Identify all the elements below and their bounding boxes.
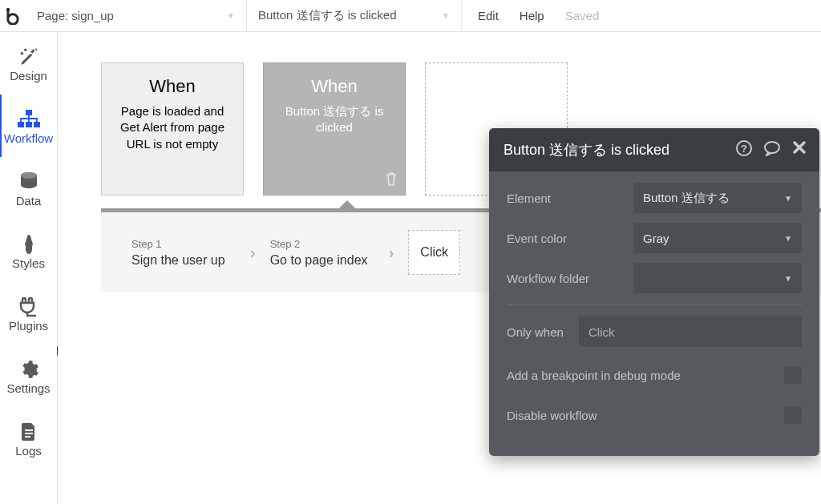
sidebar-item-settings[interactable]: Settings	[0, 345, 57, 407]
svg-point-7	[21, 172, 37, 179]
page-dropdown[interactable]: Page: sign_up ▼	[26, 0, 247, 32]
plugins-icon	[18, 295, 40, 319]
chevron-down-icon: ▼	[227, 11, 235, 20]
field-label: Element	[507, 192, 633, 205]
disable-checkbox[interactable]	[784, 406, 802, 424]
sidebar-item-design[interactable]: Design	[0, 32, 57, 95]
field-label: Add a breakpoint in debug mode	[507, 369, 681, 382]
step-text: Sign the user up	[131, 253, 236, 268]
topbar: Page: sign_up ▼ Button 送信する is clicked ▼…	[0, 0, 821, 32]
step-text: Go to page index	[270, 253, 374, 268]
field-label: Event color	[507, 232, 633, 245]
page-dropdown-label: Page: sign_up	[37, 9, 114, 22]
arrow-right-icon: ›	[389, 244, 394, 262]
workflow-step-add[interactable]: Click	[408, 230, 460, 275]
row-breakpoint: Add a breakpoint in debug mode	[507, 355, 802, 395]
row-eventcolor: Event color Gray ▼	[507, 218, 802, 258]
gear-icon	[18, 357, 39, 381]
field-label: Only when	[507, 325, 579, 339]
sidebar-item-styles[interactable]: Styles	[0, 220, 57, 282]
chevron-down-icon: ▼	[784, 194, 792, 203]
input-placeholder: Click	[588, 325, 615, 339]
select-value: Gray	[643, 232, 669, 245]
event-dropdown[interactable]: Button 送信する is clicked ▼	[247, 0, 462, 32]
svg-point-13	[765, 142, 779, 153]
sidebar-label: Styles	[12, 256, 45, 270]
svg-rect-9	[25, 433, 33, 434]
chevron-down-icon: ▼	[784, 234, 792, 243]
svg-text:?: ?	[741, 143, 747, 155]
panel-header-icons: ?	[736, 140, 807, 159]
chevron-down-icon: ▼	[442, 11, 450, 20]
svg-rect-4	[26, 122, 32, 127]
chevron-down-icon: ▼	[784, 274, 792, 283]
panel-body: Element Button 送信する ▼ Event color Gray ▼…	[489, 171, 819, 456]
field-label: Workflow folder	[507, 272, 633, 285]
event-card-selected[interactable]: When Button 送信する is clicked	[263, 62, 406, 196]
event-desc: Button 送信する is clicked	[272, 103, 397, 136]
step-label: Step 1	[131, 238, 236, 250]
arrow-right-icon: ›	[250, 244, 256, 262]
row-element: Element Button 送信する ▼	[507, 178, 802, 218]
event-dropdown-label: Button 送信する is clicked	[258, 8, 397, 23]
design-icon	[18, 45, 39, 69]
svg-rect-3	[18, 122, 24, 127]
close-icon[interactable]	[792, 140, 807, 159]
sidebar-item-data[interactable]: Data	[0, 157, 57, 220]
workflow-step[interactable]: Step 2 Go to page index	[270, 238, 374, 268]
svg-rect-2	[26, 110, 32, 115]
comment-icon[interactable]	[763, 140, 781, 159]
sidebar-label: Design	[10, 69, 47, 83]
breakpoint-checkbox[interactable]	[784, 366, 802, 384]
sidebar-label: Workflow	[4, 131, 53, 145]
panel-header[interactable]: Button 送信する is clicked ?	[489, 128, 819, 171]
sidebar: Design Workflow Data Styles Plugins Sett…	[0, 32, 58, 504]
properties-panel: Button 送信する is clicked ? Element Button …	[489, 128, 819, 456]
svg-rect-10	[25, 436, 30, 437]
sidebar-item-logs[interactable]: Logs	[0, 407, 57, 470]
element-select[interactable]: Button 送信する ▼	[633, 183, 802, 213]
help-icon[interactable]: ?	[736, 140, 752, 159]
eventcolor-select[interactable]: Gray ▼	[633, 223, 802, 253]
event-when: When	[272, 76, 397, 97]
step-label: Step 2	[270, 238, 374, 250]
sidebar-label: Plugins	[9, 319, 48, 333]
svg-rect-5	[34, 122, 40, 127]
row-folder: Workflow folder ▼	[507, 258, 802, 298]
sidebar-label: Logs	[15, 444, 42, 458]
workflow-step[interactable]: Step 1 Sign the user up	[131, 238, 236, 268]
steps-pointer-icon	[338, 200, 356, 209]
event-card[interactable]: When Page is loaded and Get Alert from p…	[101, 62, 244, 196]
event-desc: Page is loaded and Get Alert from page U…	[110, 103, 235, 152]
app-logo	[0, 7, 26, 25]
topbar-menu: Edit Help Saved	[462, 9, 599, 22]
event-when: When	[110, 76, 235, 97]
step-add-label: Click	[420, 245, 448, 259]
onlywhen-input[interactable]: Click	[579, 317, 802, 347]
logs-icon	[20, 420, 38, 444]
row-disable: Disable workflow	[507, 395, 802, 435]
workflow-icon	[17, 107, 41, 131]
folder-select[interactable]: ▼	[633, 263, 802, 293]
edit-menu[interactable]: Edit	[478, 9, 499, 22]
saved-status: Saved	[565, 9, 600, 22]
workflow-canvas: When Page is loaded and Get Alert from p…	[58, 32, 821, 504]
svg-rect-8	[25, 429, 33, 431]
data-icon	[19, 170, 38, 194]
sidebar-item-plugins[interactable]: Plugins	[0, 282, 57, 345]
sidebar-item-workflow[interactable]: Workflow	[0, 95, 57, 157]
styles-icon	[20, 232, 38, 256]
row-onlywhen: Only when Click	[507, 304, 802, 347]
sidebar-label: Settings	[6, 381, 50, 395]
select-value: Button 送信する	[643, 191, 730, 206]
svg-point-1	[8, 14, 18, 23]
trash-icon[interactable]	[384, 171, 398, 190]
field-label: Disable workflow	[507, 409, 597, 422]
help-menu[interactable]: Help	[520, 9, 544, 22]
panel-title: Button 送信する is clicked	[504, 140, 669, 159]
sidebar-label: Data	[16, 194, 42, 208]
